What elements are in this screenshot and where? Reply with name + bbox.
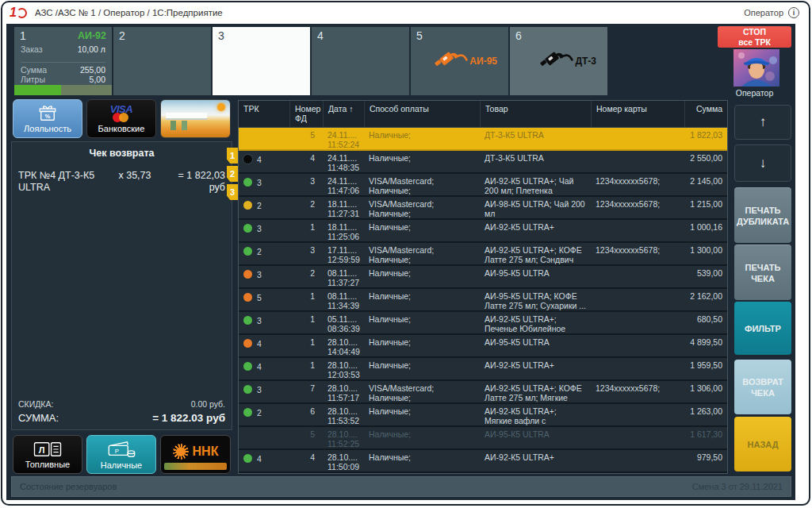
column-header-sum[interactable]: Сумма xyxy=(684,101,727,127)
print-duplicate-button[interactable]: ПЕЧАТЬ ДУБЛИКАТА xyxy=(734,187,791,243)
row-card xyxy=(591,450,684,471)
row-sum: 1 822,03 xyxy=(684,128,727,149)
fueling-progress-fill xyxy=(14,85,61,95)
row-fd: 6 xyxy=(289,404,323,425)
table-row[interactable]: 2 6 28.10....11:53:52 Наличные; АИ-92-К5… xyxy=(239,404,727,427)
table-row[interactable]: 3 1 18.11....11:25:06 Наличные; АИ-92-К5… xyxy=(239,220,727,243)
scroll-up-button[interactable]: ↑ xyxy=(734,105,791,140)
row-fd: 1 xyxy=(289,289,323,310)
row-fd: 1 xyxy=(289,335,323,356)
table-row[interactable]: 3 3 24.11....11:47:06 VISA/Mastercard; Н… xyxy=(239,174,727,197)
1c-logo-icon: 1 xyxy=(10,6,27,20)
operator-avatar[interactable] xyxy=(733,49,779,87)
row-time: 11:50:09 xyxy=(327,462,359,471)
row-time: 11:27:31 xyxy=(327,209,359,218)
row-time: 08:36:39 xyxy=(327,324,359,333)
row-fd: 5 xyxy=(289,427,323,448)
table-row[interactable]: 5 24.11....11:52:24 Наличные; ДТ-3-К5 UL… xyxy=(239,128,727,151)
scroll-down-button[interactable]: ↓ xyxy=(734,144,791,182)
filter-button[interactable]: ФИЛЬТР xyxy=(734,302,791,355)
pump-number: 3 xyxy=(218,29,224,42)
column-header-card[interactable]: Номер карты xyxy=(591,101,684,127)
pump-status-dot xyxy=(243,201,252,210)
receipt-qty: x 35,73 xyxy=(107,170,163,194)
cash-button[interactable]: Р Наличные xyxy=(86,435,156,474)
pump-cell-6[interactable]: 6 ДТ-3 xyxy=(510,27,607,95)
return-receipt-button[interactable]: ВОЗВРАТ ЧЕКА xyxy=(734,360,791,414)
receipt-line[interactable]: ТРК №4 ДТ-3-К5 ULTRA x 35,73 = 1 822,03 … xyxy=(12,170,232,194)
column-header-trk[interactable]: ТРК xyxy=(239,101,289,127)
side-tab[interactable]: 1 xyxy=(227,148,238,164)
order-value: 10,00 л xyxy=(78,44,105,54)
row-product: АИ-92-К5 ULTRA+ xyxy=(480,450,591,471)
back-button[interactable]: НАЗАД xyxy=(734,417,791,471)
statusbar[interactable]: Состояние резервуаров Смена 3 от 29.11.2… xyxy=(11,476,791,497)
row-time: 11:53:52 xyxy=(327,416,359,425)
side-tab[interactable]: 3 xyxy=(227,184,238,200)
pump-cell-5[interactable]: 5 АИ-95 xyxy=(411,27,508,95)
fueling-progress-bar xyxy=(14,85,112,95)
row-date: 28.10.... xyxy=(327,429,359,439)
receipt-title: Чек возврата xyxy=(12,148,232,159)
pump-cell-4[interactable]: 4 xyxy=(312,27,409,95)
row-trk: 3 xyxy=(257,316,262,325)
fuel-nozzle-icon xyxy=(435,51,468,71)
row-fd: 1 xyxy=(289,312,323,333)
column-header-fd[interactable]: Номер ФД xyxy=(289,101,323,127)
nnk-card-button[interactable]: ННК xyxy=(160,435,231,474)
pump-status-dot xyxy=(243,385,252,394)
pump-status-dot xyxy=(243,454,252,463)
table-row[interactable]: 3 1 05.11....08:36:39 Наличные; АИ-92-К5… xyxy=(239,312,727,335)
row-payment: Наличные; xyxy=(364,128,480,149)
row-sum: 1 959,50 xyxy=(684,358,727,379)
pump-cell-1[interactable]: 1 АИ-92 Заказ10,00 л Сумма255,00 Литры5,… xyxy=(14,27,112,95)
bank-cards-button[interactable]: VISA Банковские xyxy=(86,99,156,138)
side-tab[interactable]: 2 xyxy=(227,166,238,182)
column-header-product[interactable]: Товар xyxy=(480,101,591,127)
liters-label: Литры xyxy=(21,75,45,84)
print-receipt-button[interactable]: ПЕЧАТЬ ЧЕКА xyxy=(734,244,791,300)
loyalty-button[interactable]: % Лояльность xyxy=(13,99,82,138)
row-product: АИ-95-К5 ULTRA xyxy=(480,335,591,356)
row-trk: 4 xyxy=(257,454,262,464)
stop-all-pumps-button[interactable]: СТОП все ТРК xyxy=(718,26,791,48)
pump-number: 1 xyxy=(20,29,26,42)
tanks-state-label[interactable]: Состояние резервуаров xyxy=(20,482,117,491)
info-icon[interactable]: i xyxy=(788,7,799,18)
column-header-payment[interactable]: Способ оплаты xyxy=(364,101,480,127)
row-card: 1234xxxxxx5678; xyxy=(591,197,684,218)
table-row[interactable]: 5 28.10....11:52:25 Наличные; АИ-95-К5 U… xyxy=(239,427,727,450)
receipt-total: = 1 822,03 руб xyxy=(163,170,225,194)
sum-value: 255,00 xyxy=(80,65,105,75)
row-product: АИ-95-К5 ULTRA xyxy=(480,427,591,448)
table-row[interactable]: 4 4 28.10....11:50:09 Наличные; АИ-92-К5… xyxy=(239,450,727,473)
pump-cell-2[interactable]: 2 xyxy=(113,27,211,95)
table-row[interactable]: 4 1 28.10....14:04:49 Наличные; АИ-95-К5… xyxy=(239,335,727,358)
row-time: 11:48:35 xyxy=(327,163,359,172)
shift-label: Смена 3 от 29.11.2021 xyxy=(692,482,783,491)
table-row[interactable]: 3 7 28.10....11:57:17 VISA/Mastercard; Н… xyxy=(239,381,727,404)
row-sum: 539,00 xyxy=(684,266,727,287)
table-row[interactable]: 2 2 18.11....11:27:31 VISA/Mastercard; Н… xyxy=(239,197,727,220)
pump-status-dot xyxy=(243,270,252,279)
table-row[interactable]: 5 1 08.11....11:34:39 Наличные; АИ-95-К5… xyxy=(239,289,727,312)
row-card xyxy=(591,312,684,333)
row-date: 18.11.... xyxy=(327,222,359,232)
fuel-cards-button[interactable]: Л Топливные xyxy=(13,435,82,474)
table-row[interactable]: 3 2 08.11....11:37:27 Наличные; АИ-95-К5… xyxy=(239,266,727,289)
pump-cell-3[interactable]: 3 xyxy=(213,27,310,95)
column-header-date[interactable]: Дата ↑ xyxy=(323,101,364,127)
table-row[interactable]: 4 1 28.10....12:03:53 Наличные; АИ-92-К5… xyxy=(239,358,727,381)
table-row[interactable]: 2 3 17.11....12:59:59 VISA/Mastercard; Н… xyxy=(239,243,727,266)
total-label: СУММА: xyxy=(18,412,59,424)
row-sum: 4 899,50 xyxy=(684,335,727,356)
row-time: 11:52:25 xyxy=(327,439,359,448)
row-sum: 1 300,00 xyxy=(684,243,727,264)
row-product: ДТ-3-К5 ULTRA xyxy=(480,151,591,172)
row-date: 28.10.... xyxy=(327,383,359,393)
row-date: 05.11.... xyxy=(327,314,359,324)
nnk-station-image-button[interactable] xyxy=(160,99,231,138)
pump-status-dot xyxy=(243,316,252,325)
row-time: 11:47:06 xyxy=(327,186,359,195)
table-row[interactable]: 4 4 24.11....11:48:35 Наличные; ДТ-3-К5 … xyxy=(239,151,727,174)
